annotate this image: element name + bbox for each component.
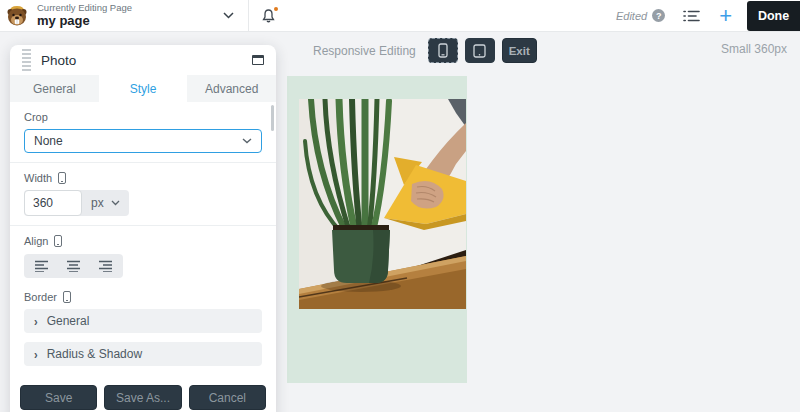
top-bar: Currently Editing Page my page Edited ? xyxy=(0,0,800,32)
cancel-button[interactable]: Cancel xyxy=(189,385,266,410)
chevron-down-icon[interactable] xyxy=(223,12,234,19)
notifications-button[interactable] xyxy=(261,8,276,24)
field-divider xyxy=(10,162,276,163)
align-left-button[interactable] xyxy=(35,260,50,272)
crop-label: Crop xyxy=(24,111,48,123)
field-divider xyxy=(10,225,276,226)
exit-responsive-button[interactable]: Exit xyxy=(502,38,537,63)
panel-footer: Save Save As... Cancel xyxy=(10,375,276,412)
preview-size-label: Small 360px xyxy=(721,42,787,56)
phone-responsive-icon[interactable] xyxy=(54,235,62,247)
topbar-actions: Edited ? + Done xyxy=(616,1,800,31)
chevron-right-icon: › xyxy=(34,314,38,328)
outline-panel-icon[interactable] xyxy=(683,9,701,23)
phone-icon xyxy=(438,43,448,58)
editing-label: Currently Editing Page xyxy=(37,3,132,13)
panel-tabs: General Style Advanced xyxy=(10,75,276,102)
photo-settings-panel: Photo General Style Advanced Crop None W… xyxy=(10,45,276,412)
width-unit-value: px xyxy=(91,196,104,210)
radius-shadow-accordion[interactable]: › Radius & Shadow xyxy=(24,342,262,366)
topbar-divider xyxy=(248,0,249,32)
align-center-button[interactable] xyxy=(66,260,81,272)
beaver-builder-logo xyxy=(5,3,29,27)
accordion-label: General xyxy=(47,314,90,328)
page-switcher[interactable]: Currently Editing Page my page xyxy=(0,3,240,29)
drag-handle[interactable] xyxy=(22,49,31,71)
add-content-icon[interactable]: + xyxy=(719,6,732,26)
responsive-editing-toolbar: Responsive Editing Exit xyxy=(313,38,537,63)
save-button[interactable]: Save xyxy=(20,385,97,410)
panel-title: Photo xyxy=(41,53,76,68)
help-icon[interactable]: ? xyxy=(652,9,665,22)
tablet-icon xyxy=(473,44,486,58)
width-field-group: px xyxy=(24,190,129,216)
photo-module[interactable] xyxy=(299,99,466,309)
phone-responsive-icon[interactable] xyxy=(58,172,66,184)
window-toggle-icon[interactable] xyxy=(252,55,264,65)
crop-select-value: None xyxy=(34,134,63,148)
page-title: my page xyxy=(37,14,132,28)
phone-responsive-icon[interactable] xyxy=(63,291,71,303)
width-unit-select[interactable]: px xyxy=(82,190,129,216)
edited-status: Edited xyxy=(616,10,647,22)
tablet-preview-button[interactable] xyxy=(465,38,495,63)
notification-dot xyxy=(274,7,278,11)
width-input[interactable] xyxy=(24,190,82,216)
done-button[interactable]: Done xyxy=(747,1,800,31)
chevron-down-icon xyxy=(111,200,120,206)
panel-body: Crop None Width px Align xyxy=(10,102,276,366)
save-as-button[interactable]: Save As... xyxy=(104,385,181,410)
align-button-group xyxy=(24,254,123,278)
panel-header: Photo xyxy=(10,45,276,75)
tab-advanced[interactable]: Advanced xyxy=(187,75,276,102)
phone-preview-button[interactable] xyxy=(428,38,458,63)
photo-image xyxy=(299,99,466,309)
tab-style[interactable]: Style xyxy=(99,75,188,102)
crop-select[interactable]: None xyxy=(24,129,262,153)
panel-scrollbar[interactable] xyxy=(271,105,274,131)
page-title-block: Currently Editing Page my page xyxy=(37,3,132,29)
width-label: Width xyxy=(24,172,52,184)
align-right-button[interactable] xyxy=(97,260,112,272)
responsive-editing-label: Responsive Editing xyxy=(313,44,416,58)
page-preview-canvas[interactable] xyxy=(287,76,467,383)
border-general-accordion[interactable]: › General xyxy=(24,309,262,333)
chevron-down-icon xyxy=(242,138,252,144)
tab-general[interactable]: General xyxy=(10,75,99,102)
align-label: Align xyxy=(24,235,48,247)
accordion-label: Radius & Shadow xyxy=(47,347,142,361)
border-label: Border xyxy=(24,291,57,303)
chevron-right-icon: › xyxy=(34,347,38,361)
